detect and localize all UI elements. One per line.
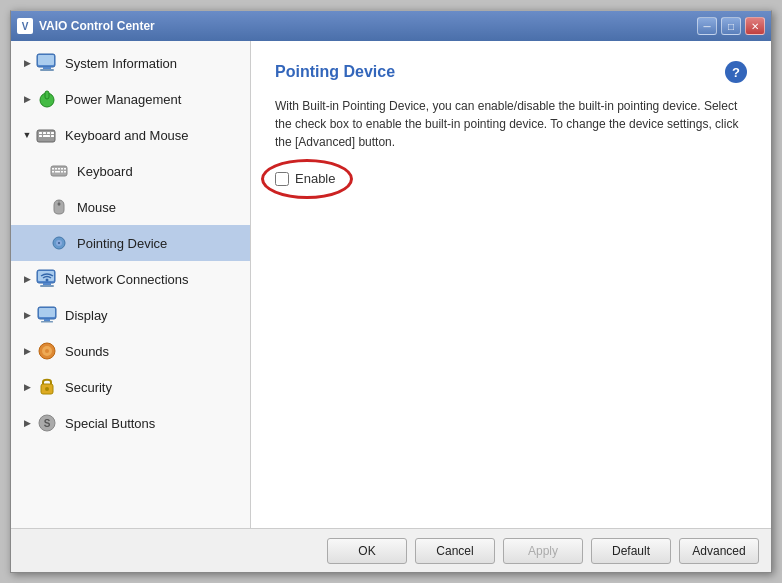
- sidebar-item-keyboard[interactable]: Keyboard: [11, 153, 250, 189]
- svg-rect-19: [64, 168, 66, 170]
- svg-rect-23: [64, 171, 66, 173]
- app-icon: V: [17, 18, 33, 34]
- mouse-icon: [47, 195, 71, 219]
- ok-button[interactable]: OK: [327, 538, 407, 564]
- panel-description: With Built-in Pointing Device, you can e…: [275, 97, 747, 151]
- title-controls: ─ □ ✕: [697, 17, 765, 35]
- svg-rect-13: [51, 135, 54, 137]
- svg-rect-11: [39, 135, 42, 137]
- sidebar: ▶ System Information ▶ Power Management …: [11, 41, 251, 528]
- svg-rect-2: [40, 69, 54, 71]
- svg-rect-8: [43, 132, 46, 134]
- svg-rect-3: [38, 55, 54, 65]
- system-information-icon: [35, 51, 59, 75]
- maximize-button[interactable]: □: [721, 17, 741, 35]
- svg-rect-15: [52, 168, 54, 170]
- svg-rect-9: [47, 132, 50, 134]
- expand-arrow-system: ▶: [19, 55, 35, 71]
- svg-rect-21: [55, 171, 60, 173]
- sidebar-item-mouse[interactable]: Mouse: [11, 189, 250, 225]
- advanced-button[interactable]: Advanced: [679, 538, 759, 564]
- network-connections-icon: [35, 267, 59, 291]
- panel-title: Pointing Device: [275, 63, 395, 81]
- minimize-button[interactable]: ─: [697, 17, 717, 35]
- sidebar-label-display: Display: [65, 308, 108, 323]
- sidebar-item-sounds[interactable]: ▶ Sounds: [11, 333, 250, 369]
- svg-rect-17: [58, 168, 60, 170]
- sidebar-label-special-buttons: Special Buttons: [65, 416, 155, 431]
- keyboard-icon: [47, 159, 71, 183]
- sidebar-label-mouse: Mouse: [77, 200, 116, 215]
- sidebar-label-network-connections: Network Connections: [65, 272, 189, 287]
- svg-rect-16: [55, 168, 57, 170]
- sidebar-label-system-information: System Information: [65, 56, 177, 71]
- display-icon: [35, 303, 59, 327]
- svg-point-42: [45, 387, 49, 391]
- cancel-button[interactable]: Cancel: [415, 538, 495, 564]
- svg-rect-36: [41, 321, 53, 323]
- sidebar-item-special-buttons[interactable]: ▶ S Special Buttons: [11, 405, 250, 441]
- expand-arrow-security: ▶: [19, 379, 35, 395]
- sounds-icon: [35, 339, 59, 363]
- svg-point-28: [58, 242, 60, 244]
- svg-rect-7: [39, 132, 42, 134]
- sidebar-label-sounds: Sounds: [65, 344, 109, 359]
- sidebar-label-pointing-device: Pointing Device: [77, 236, 167, 251]
- sidebar-label-power-management: Power Management: [65, 92, 181, 107]
- sidebar-label-security: Security: [65, 380, 112, 395]
- bottom-bar: OK Cancel Apply Default Advanced: [11, 528, 771, 572]
- sidebar-item-pointing-device[interactable]: Pointing Device: [11, 225, 250, 261]
- title-bar: V VAIO Control Center ─ □ ✕: [11, 11, 771, 41]
- close-button[interactable]: ✕: [745, 17, 765, 35]
- sidebar-label-keyboard-and-mouse: Keyboard and Mouse: [65, 128, 189, 143]
- window-title: VAIO Control Center: [39, 19, 155, 33]
- expand-arrow-display: ▶: [19, 307, 35, 323]
- svg-rect-22: [61, 171, 63, 173]
- expand-arrow-sounds: ▶: [19, 343, 35, 359]
- title-bar-left: V VAIO Control Center: [17, 18, 155, 34]
- keyboard-and-mouse-icon: [35, 123, 59, 147]
- sidebar-item-network-connections[interactable]: ▶ Network Connections: [11, 261, 250, 297]
- svg-rect-35: [44, 319, 50, 321]
- main-window: V VAIO Control Center ─ □ ✕ ▶ System Inf…: [10, 10, 772, 573]
- svg-rect-37: [39, 308, 55, 317]
- sidebar-label-keyboard: Keyboard: [77, 164, 133, 179]
- expand-arrow-network: ▶: [19, 271, 35, 287]
- main-panel: Pointing Device ? With Built-in Pointing…: [251, 41, 771, 528]
- svg-rect-20: [52, 171, 54, 173]
- security-icon: [35, 375, 59, 399]
- default-button[interactable]: Default: [591, 538, 671, 564]
- power-management-icon: [35, 87, 59, 111]
- enable-checkbox[interactable]: [275, 172, 289, 186]
- svg-rect-31: [40, 285, 54, 287]
- apply-button[interactable]: Apply: [503, 538, 583, 564]
- help-button[interactable]: ?: [725, 61, 747, 83]
- sidebar-item-keyboard-and-mouse[interactable]: ▼ Keyboard and Mouse: [11, 117, 250, 153]
- svg-point-40: [45, 349, 49, 353]
- svg-text:S: S: [44, 418, 51, 429]
- expand-arrow-power: ▶: [19, 91, 35, 107]
- enable-row: Enable: [275, 171, 747, 186]
- svg-rect-12: [43, 135, 50, 137]
- svg-rect-18: [61, 168, 63, 170]
- special-buttons-icon: S: [35, 411, 59, 435]
- expand-arrow-keyboard: ▼: [19, 127, 35, 143]
- svg-point-33: [46, 279, 49, 282]
- sidebar-item-power-management[interactable]: ▶ Power Management: [11, 81, 250, 117]
- svg-rect-10: [51, 132, 54, 134]
- svg-rect-30: [43, 283, 51, 285]
- svg-point-25: [58, 203, 61, 206]
- content-area: ▶ System Information ▶ Power Management …: [11, 41, 771, 528]
- sidebar-item-system-information[interactable]: ▶ System Information: [11, 45, 250, 81]
- enable-label[interactable]: Enable: [295, 171, 335, 186]
- svg-rect-5: [45, 91, 49, 99]
- expand-arrow-special: ▶: [19, 415, 35, 431]
- panel-header: Pointing Device ?: [275, 61, 747, 83]
- sidebar-item-display[interactable]: ▶ Display: [11, 297, 250, 333]
- pointing-device-icon: [47, 231, 71, 255]
- svg-rect-1: [43, 67, 51, 69]
- sidebar-item-security[interactable]: ▶ Security: [11, 369, 250, 405]
